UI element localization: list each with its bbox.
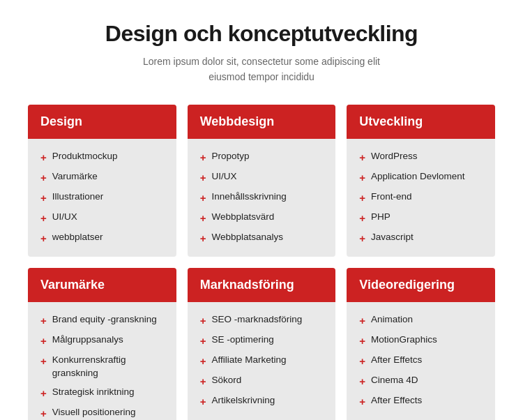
list-item-text: Målgruppsanalys [52, 333, 164, 347]
list-item: +Cinema 4D [359, 374, 483, 389]
list-item-text: After Effetcs [371, 354, 483, 367]
list-item: +Illustrationer [40, 190, 164, 205]
list-item: +Visuell positionering [40, 406, 164, 420]
list-item: +After Effetcs [359, 354, 483, 368]
list-item-text: Propotyp [211, 150, 323, 163]
list-item: +WordPress [359, 150, 483, 165]
list-item-text: Visuell positionering [52, 406, 164, 419]
list-item-text: Cinema 4D [371, 374, 483, 387]
plus-icon: + [40, 150, 47, 165]
plus-icon: + [359, 231, 365, 246]
card-body-webbdesign: +Propotyp+UI/UX+Innehållsskrivning+Webbp… [188, 139, 336, 257]
plus-icon: + [359, 313, 365, 328]
list-item: +Sökord [200, 374, 324, 389]
list-item: +Webbplatsanalys [200, 231, 324, 246]
list-item-text: Strategisk inriktning [52, 386, 164, 399]
list-item-text: Illustrationer [52, 190, 164, 204]
card-title-design: Design [40, 114, 82, 128]
list-item-text: Affiliate Marketing [211, 354, 323, 367]
card-title-videoredigering: Videoredigering [359, 278, 455, 292]
list-item-text: WordPress [371, 150, 483, 163]
plus-icon: + [200, 374, 206, 389]
plus-icon: + [359, 354, 365, 368]
card-header-utveckling: Utveckling [347, 105, 495, 139]
card-marknadsforing: Marknadsföring+SEO -marknadsföring+SE -o… [188, 268, 336, 420]
list-item: +Front-end [359, 190, 483, 205]
list-item: +Innehållsskrivning [200, 190, 324, 205]
plus-icon: + [200, 333, 206, 348]
plus-icon: + [40, 231, 47, 246]
list-item: +Målgruppsanalys [40, 333, 164, 348]
list-item-text: Brand equity -granskning [52, 313, 164, 327]
list-item-text: Konkurrenskraftig granskning [52, 354, 164, 380]
plus-icon: + [200, 231, 206, 246]
plus-icon: + [359, 190, 365, 205]
card-utveckling: Utveckling+WordPress+Application Devlome… [347, 105, 495, 257]
list-item-text: Webbplatsanalys [211, 231, 323, 244]
card-header-webbdesign: Webbdesign [188, 105, 336, 139]
page-header: Design och konceptutveckling Lorem ipsum… [28, 21, 495, 85]
plus-icon: + [359, 150, 365, 165]
plus-icon: + [40, 354, 47, 368]
plus-icon: + [359, 374, 365, 389]
list-item-text: Application Devloment [371, 170, 483, 183]
plus-icon: + [200, 150, 206, 165]
plus-icon: + [200, 170, 206, 185]
plus-icon: + [200, 211, 206, 225]
list-item: +webbplatser [40, 231, 164, 246]
list-item: +SEO -marknadsföring [200, 313, 324, 328]
list-item: +UI/UX [40, 211, 164, 225]
list-item: +Varumärke [40, 170, 164, 185]
list-item-text: PHP [371, 211, 483, 224]
card-title-varumarke: Varumärke [40, 278, 105, 292]
list-item-text: SEO -marknadsföring [211, 313, 323, 327]
page-subtitle: Lorem ipsum dolor sit, consectetur some … [28, 54, 495, 85]
plus-icon: + [40, 313, 47, 328]
list-item-text: Varumärke [52, 170, 164, 183]
plus-icon: + [200, 394, 206, 409]
card-body-varumarke: +Brand equity -granskning+Målgruppsanaly… [28, 302, 176, 420]
list-item-text: Innehållsskrivning [211, 190, 323, 204]
list-item-text: Front-end [371, 190, 483, 204]
plus-icon: + [40, 333, 47, 348]
list-item-text: Javascript [371, 231, 483, 244]
list-item-text: webbplatser [52, 231, 164, 244]
list-item: +Konkurrenskraftig granskning [40, 354, 164, 380]
list-item-text: MotionGraphics [371, 333, 483, 347]
plus-icon: + [40, 406, 47, 420]
list-item: +Produktmockup [40, 150, 164, 165]
plus-icon: + [40, 170, 47, 185]
card-body-design: +Produktmockup+Varumärke+Illustrationer+… [28, 139, 176, 257]
list-item: +UI/UX [200, 170, 324, 185]
list-item-text: After Effects [371, 394, 483, 407]
list-item: +MotionGraphics [359, 333, 483, 348]
page-title: Design och konceptutveckling [28, 21, 495, 47]
list-item: +Propotyp [200, 150, 324, 165]
subtitle-line2: eiusmod tempor incididu [209, 71, 314, 82]
card-header-varumarke: Varumärke [28, 268, 176, 302]
plus-icon: + [40, 386, 47, 400]
list-item: +Webbplatsvärd [200, 211, 324, 225]
list-item-text: Produktmockup [52, 150, 164, 163]
card-body-utveckling: +WordPress+Application Devloment+Front-e… [347, 139, 495, 257]
card-header-marknadsforing: Marknadsföring [188, 268, 336, 302]
list-item-text: Artikelskrivning [211, 394, 323, 407]
list-item: +PHP [359, 211, 483, 225]
card-videoredigering: Videoredigering+Animation+MotionGraphics… [347, 268, 495, 420]
card-body-videoredigering: +Animation+MotionGraphics+After Effetcs+… [347, 302, 495, 420]
plus-icon: + [200, 190, 206, 205]
plus-icon: + [359, 170, 365, 185]
list-item: +Application Devloment [359, 170, 483, 185]
plus-icon: + [359, 333, 365, 348]
card-title-webbdesign: Webbdesign [200, 114, 275, 128]
plus-icon: + [40, 190, 47, 205]
list-item: +Javascript [359, 231, 483, 246]
list-item-text: SE -optimering [211, 333, 323, 347]
card-header-videoredigering: Videoredigering [347, 268, 495, 302]
plus-icon: + [359, 394, 365, 409]
list-item: +Brand equity -granskning [40, 313, 164, 328]
plus-icon: + [359, 211, 365, 225]
list-item: +Strategisk inriktning [40, 386, 164, 400]
card-header-design: Design [28, 105, 176, 139]
plus-icon: + [200, 354, 206, 368]
